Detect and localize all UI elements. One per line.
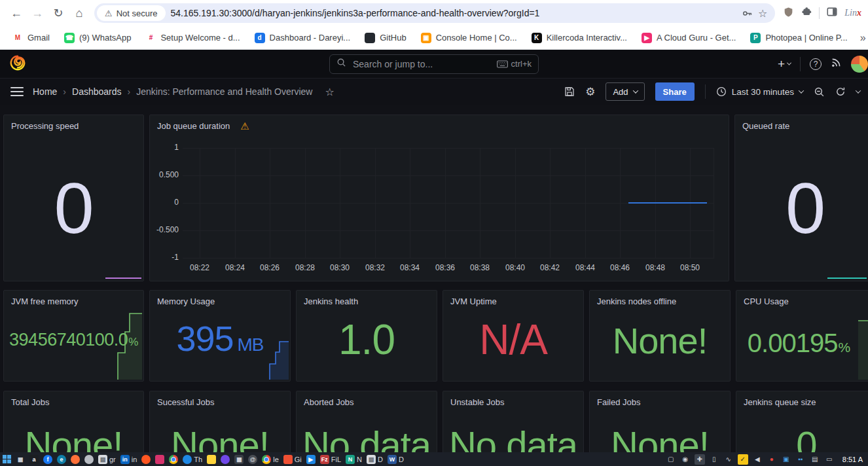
word-icon: W (388, 455, 397, 464)
news-rss-icon[interactable] (831, 57, 842, 71)
key-icon[interactable] (742, 8, 753, 19)
breadcrumb-home[interactable]: Home (33, 86, 57, 97)
taskbar-app[interactable] (84, 455, 94, 464)
settings-gear-icon[interactable]: ⚙ (585, 85, 595, 99)
panel-title[interactable]: Failed Jobs (590, 391, 730, 413)
tray-wireless-icon[interactable]: ∿ (723, 454, 734, 465)
add-button[interactable]: Add (606, 82, 644, 101)
security-chip[interactable]: ⚠ Not secure (97, 5, 166, 21)
home-icon[interactable]: ⌂ (69, 3, 89, 23)
panel-title[interactable]: Memory Usage (150, 291, 290, 312)
refresh-icon[interactable] (835, 86, 846, 97)
tray-chrome-icon[interactable]: ● (767, 454, 777, 465)
taskbar-app[interactable]: ▶ (306, 455, 316, 464)
panel-title[interactable]: Processing speed (4, 115, 143, 137)
forward-icon[interactable]: → (27, 3, 47, 23)
time-range-picker[interactable]: Last 30 minutes (716, 86, 803, 97)
menu-hamburger-icon[interactable] (10, 87, 24, 96)
tray-check-icon[interactable]: ✓ (738, 454, 748, 465)
bookmark-label: Killercoda Interactiv... (547, 33, 627, 43)
bookmark-item[interactable]: KKillercoda Interactiv... (526, 30, 633, 46)
address-bar[interactable]: ⚠ Not secure 54.165.191.30:3000/d/haryan… (94, 3, 775, 23)
taskbar-app[interactable]: a (29, 455, 39, 464)
bookmark-item[interactable]: GitHub (359, 30, 412, 46)
taskbar-app[interactable]: ▦ (16, 455, 25, 464)
tray-globe-icon[interactable]: ◉ (680, 454, 691, 465)
taskbar-app[interactable] (71, 455, 80, 464)
taskbar-app[interactable]: @ (248, 455, 257, 464)
search-input[interactable] (352, 58, 492, 70)
tray-notif-icon[interactable]: ▭ (824, 454, 835, 465)
side-panel-icon[interactable] (826, 6, 838, 20)
panel-title[interactable]: Total Jobs (4, 391, 143, 413)
panel-title[interactable]: JVM free memory (4, 291, 143, 312)
panel-warning-icon[interactable]: ⚠ (240, 121, 249, 131)
taskbar-app[interactable]: Th (183, 455, 202, 464)
add-menu-button[interactable]: + (778, 57, 791, 71)
panel-title[interactable]: Jenkins queue size (736, 391, 868, 413)
taskbar-app[interactable] (155, 455, 164, 464)
taskbar-app[interactable]: f (43, 455, 52, 464)
grafana-logo-icon[interactable] (9, 54, 26, 74)
panel-title[interactable]: CPU Usage (736, 291, 868, 312)
tray-camera-icon[interactable]: ▣ (781, 454, 791, 465)
search-box[interactable]: ctrl+k (329, 54, 539, 74)
save-icon[interactable] (564, 86, 575, 97)
dashboard-toolbar: ⚙ Add Share Last 30 minutes (564, 82, 860, 101)
taskbar-app[interactable] (221, 455, 230, 464)
favorite-star-icon[interactable]: ☆ (325, 86, 334, 98)
tray-paint-icon[interactable]: ✚ (695, 454, 705, 465)
taskbar-app[interactable]: le (262, 455, 279, 464)
help-icon[interactable]: ? (810, 58, 822, 70)
clock-time[interactable]: 8:51 A (839, 456, 865, 463)
profile-avatar[interactable]: Linx (844, 8, 861, 18)
taskbar-app[interactable] (141, 455, 151, 464)
taskbar-app[interactable]: ▤D (367, 455, 383, 464)
panel-title[interactable]: Jenkins nodes offline (590, 291, 730, 312)
taskbar-app[interactable]: Gi (283, 455, 302, 464)
taskbar-app[interactable]: ▦ (234, 455, 244, 464)
bookmark-item[interactable]: ▣Console Home | Co... (415, 30, 523, 46)
steam-icon (84, 455, 94, 464)
reload-icon[interactable]: ↻ (48, 3, 68, 23)
panel-title[interactable]: Sucessful Jobs (150, 391, 290, 413)
bookmark-item[interactable]: PPhotopea | Online P... (744, 30, 853, 46)
gridline (270, 148, 270, 258)
user-avatar[interactable] (851, 56, 868, 73)
taskbar-app[interactable] (207, 455, 216, 464)
tray-window-icon[interactable]: ▢ (666, 454, 676, 465)
zoom-out-icon[interactable] (814, 86, 825, 98)
extensions-puzzle-icon[interactable] (801, 6, 812, 20)
tray-volume-icon[interactable]: ◀ (752, 454, 763, 465)
bookmark-item[interactable]: MGmail (7, 30, 56, 46)
taskbar-app[interactable]: ▤gr (98, 455, 116, 464)
tray-apps-icon[interactable]: ▪▪ (795, 454, 806, 465)
taskbar-app[interactable]: NN (346, 455, 362, 464)
shield-extension-icon[interactable] (783, 7, 794, 20)
back-icon[interactable]: ← (7, 3, 26, 23)
taskbar-app[interactable]: inin (120, 455, 137, 464)
tray-usb-icon[interactable]: ▯ (709, 454, 719, 465)
taskbar-app[interactable] (169, 455, 178, 464)
panel-title[interactable]: JVM Uptime (443, 291, 583, 312)
panel-title[interactable]: Unstable Jobs (443, 391, 583, 413)
tray-keyboard-icon[interactable]: ▤ (810, 454, 820, 465)
url-text[interactable]: 54.165.191.30:3000/d/haryan-jenkins/jenk… (171, 8, 736, 18)
bookmark-item[interactable]: dDashboard - Dareyi... (249, 30, 357, 46)
breadcrumb-dashboards[interactable]: Dashboards (72, 86, 122, 97)
taskbar-app[interactable]: WD (388, 455, 404, 464)
start-button-icon[interactable] (3, 455, 11, 463)
share-button[interactable]: Share (655, 82, 695, 101)
bookmark-star-icon[interactable]: ☆ (758, 7, 767, 20)
refresh-interval-chevron-icon[interactable] (856, 88, 861, 93)
panel-title[interactable]: Jenkins health (297, 291, 437, 312)
panel-title[interactable]: Job queue duration ⚠ (150, 115, 729, 137)
taskbar-app[interactable]: FzFiL (320, 455, 341, 464)
taskbar-app[interactable]: e (57, 455, 66, 464)
panel-title[interactable]: Queued rate (735, 115, 868, 137)
bookmark-item[interactable]: ▶A Cloud Guru - Get... (636, 30, 742, 46)
panel-title[interactable]: Aborted Jobs (297, 391, 437, 413)
bookmarks-overflow-icon[interactable]: » (856, 32, 868, 44)
bookmark-item[interactable]: ☎(9) WhatsApp (58, 30, 137, 46)
bookmark-item[interactable]: #Setup Welcome - d... (139, 30, 245, 46)
